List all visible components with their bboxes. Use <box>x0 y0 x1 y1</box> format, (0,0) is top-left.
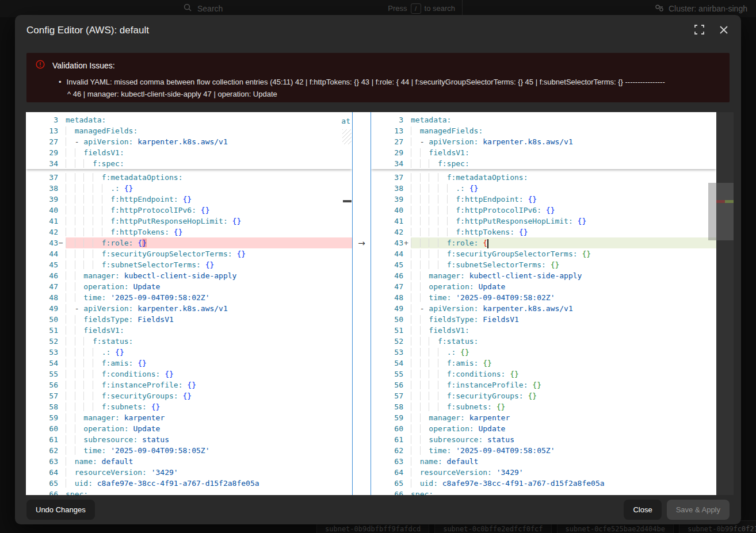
code-line[interactable]: 45 f:subnetSelectorTerms: {} <box>371 259 716 270</box>
code-line[interactable]: 3metadata: <box>26 114 352 125</box>
diff-gutter[interactable]: → <box>352 112 371 495</box>
code-line[interactable]: 54 f:amis: {} <box>371 358 716 369</box>
code-line[interactable]: 60 operation: Update <box>26 423 352 434</box>
code-line[interactable]: 47 operation: Update <box>26 281 352 292</box>
diff-sign <box>58 158 66 169</box>
code-line[interactable]: 52 f:status: <box>26 336 352 347</box>
code-line[interactable]: 56 f:instanceProfile: {} <box>26 379 352 390</box>
code-text: fieldsType: FieldsV1 <box>411 314 716 325</box>
line-number: 34 <box>371 158 403 169</box>
code-line[interactable]: 65 uid: c8afe97e-38cc-4f91-a767-d15f2a8f… <box>371 478 716 489</box>
line-number: 37 <box>371 172 403 183</box>
undo-changes-button[interactable]: Undo Changes <box>26 500 95 520</box>
code-line[interactable]: 62 time: '2025-09-04T09:58:05Z' <box>371 445 716 456</box>
diff-pane-original[interactable]: at 3metadata:13 managedFields:27 - apiVe… <box>26 112 352 495</box>
overview-ruler-slider[interactable] <box>716 183 734 240</box>
diff-sign <box>58 227 66 237</box>
close-footer-button[interactable]: Close <box>624 500 661 520</box>
code-line[interactable]: 48 time: '2025-09-04T09:58:02Z' <box>371 292 716 303</box>
code-line[interactable]: 58 f:subnets: {} <box>371 401 716 412</box>
code-line[interactable]: 44 f:securityGroupSelectorTerms: {} <box>371 248 716 259</box>
save-apply-button[interactable]: Save & Apply <box>667 500 730 520</box>
code-line[interactable]: 42 f:httpTokens: {} <box>371 227 716 237</box>
diff-pane-modified[interactable]: 3metadata:13 managedFields:27 - apiVersi… <box>371 112 716 495</box>
code-line[interactable]: 61 subresource: status <box>371 434 716 445</box>
code-line[interactable]: 59 manager: karpenter <box>26 412 352 423</box>
code-line[interactable]: 34 f:spec: <box>371 158 716 169</box>
diff-sign <box>403 183 411 194</box>
code-line[interactable]: 40 f:httpProtocolIPv6: {} <box>371 205 716 216</box>
code-line[interactable]: 63 name: default <box>26 456 352 467</box>
code-line[interactable]: 34 f:spec: <box>26 158 352 169</box>
text-cursor <box>487 239 488 248</box>
code-line[interactable]: 52 f:status: <box>371 336 716 347</box>
diff-sign <box>58 194 66 205</box>
code-line[interactable]: 38 .: {} <box>371 183 716 194</box>
code-line[interactable]: 46 manager: kubectl-client-side-apply <box>371 270 716 281</box>
code-line[interactable]: 48 time: '2025-09-04T09:58:02Z' <box>26 292 352 303</box>
code-text: - apiVersion: karpenter.k8s.aws/v1 <box>66 303 352 314</box>
code-text: subresource: status <box>411 434 716 445</box>
code-line[interactable]: 47 operation: Update <box>371 281 716 292</box>
line-number: 27 <box>26 136 58 147</box>
code-line[interactable]: 40 f:httpProtocolIPv6: {} <box>26 205 352 216</box>
code-line[interactable]: 41 f:httpPutResponseHopLimit: {} <box>371 216 716 227</box>
code-line[interactable]: 54 f:amis: {} <box>26 358 352 369</box>
code-line[interactable]: 64 resourceVersion: '3429' <box>26 467 352 478</box>
code-line[interactable]: 37 f:metadataOptions: <box>26 172 352 183</box>
code-text: f:metadataOptions: <box>411 172 716 183</box>
code-line[interactable]: 42 f:httpTokens: {} <box>26 227 352 237</box>
code-line[interactable]: 59 manager: karpenter <box>371 412 716 423</box>
code-line[interactable]: 43− f:role: {} <box>26 237 352 248</box>
line-number: 44 <box>371 248 403 259</box>
code-body-original[interactable]: 37 f:metadataOptions:38 .: {}39 f:httpEn… <box>26 169 352 495</box>
code-line[interactable]: 13 managedFields: <box>371 125 716 136</box>
code-line[interactable]: 55 f:conditions: {} <box>371 369 716 379</box>
code-line[interactable]: 64 resourceVersion: '3429' <box>371 467 716 478</box>
code-line[interactable]: 44 f:securityGroupSelectorTerms: {} <box>26 248 352 259</box>
expand-button[interactable] <box>693 24 705 37</box>
code-line[interactable]: 49 - apiVersion: karpenter.k8s.aws/v1 <box>26 303 352 314</box>
code-line[interactable]: 61 subresource: status <box>26 434 352 445</box>
code-line[interactable]: 27 - apiVersion: karpenter.k8s.aws/v1 <box>26 136 352 147</box>
code-line[interactable]: 62 time: '2025-09-04T09:58:05Z' <box>26 445 352 456</box>
code-text: time: '2025-09-04T09:58:05Z' <box>66 445 352 456</box>
code-line[interactable]: 29 fieldsV1: <box>26 147 352 158</box>
code-line[interactable]: 50 fieldsType: FieldsV1 <box>26 314 352 325</box>
code-text: .: {} <box>66 183 352 194</box>
code-line[interactable]: 51 fieldsV1: <box>371 325 716 336</box>
code-line[interactable]: 45 f:subnetSelectorTerms: {} <box>26 259 352 270</box>
code-line[interactable]: 53 .: {} <box>371 347 716 358</box>
code-line[interactable]: 58 f:subnets: {} <box>26 401 352 412</box>
code-line[interactable]: 13 managedFields: <box>26 125 352 136</box>
line-number: 49 <box>26 303 58 314</box>
code-line[interactable]: 37 f:metadataOptions: <box>371 172 716 183</box>
code-line[interactable]: 27 - apiVersion: karpenter.k8s.aws/v1 <box>371 136 716 147</box>
code-line[interactable]: 29 fieldsV1: <box>371 147 716 158</box>
vertical-scrollbar[interactable] <box>708 183 716 240</box>
code-line[interactable]: 55 f:conditions: {} <box>26 369 352 379</box>
close-button[interactable] <box>718 24 730 37</box>
revert-arrow-button[interactable]: → <box>353 237 371 248</box>
code-line[interactable]: 53 .: {} <box>26 347 352 358</box>
code-line[interactable]: 43+ f:role: { <box>371 237 716 248</box>
code-line[interactable]: 38 .: {} <box>26 183 352 194</box>
code-line[interactable]: 56 f:instanceProfile: {} <box>371 379 716 390</box>
code-line[interactable]: 65 uid: c8afe97e-38cc-4f91-a767-d15f2a8f… <box>26 478 352 489</box>
code-line[interactable]: 63 name: default <box>371 456 716 467</box>
diff-sign <box>58 369 66 379</box>
code-line[interactable]: 49 - apiVersion: karpenter.k8s.aws/v1 <box>371 303 716 314</box>
code-line[interactable]: 39 f:httpEndpoint: {} <box>26 194 352 205</box>
code-line[interactable]: 60 operation: Update <box>371 423 716 434</box>
code-line[interactable]: 57 f:securityGroups: {} <box>371 390 716 401</box>
code-line[interactable]: 51 fieldsV1: <box>26 325 352 336</box>
code-body-modified[interactable]: 37 f:metadataOptions:38 .: {}39 f:httpEn… <box>371 169 716 495</box>
code-line[interactable]: 3metadata: <box>371 114 716 125</box>
code-line[interactable]: 39 f:httpEndpoint: {} <box>371 194 716 205</box>
code-line[interactable]: 46 manager: kubectl-client-side-apply <box>26 270 352 281</box>
line-number: 49 <box>371 303 403 314</box>
code-line[interactable]: 50 fieldsType: FieldsV1 <box>371 314 716 325</box>
code-line[interactable]: 57 f:securityGroups: {} <box>26 390 352 401</box>
line-number: 59 <box>371 412 403 423</box>
code-line[interactable]: 41 f:httpPutResponseHopLimit: {} <box>26 216 352 227</box>
